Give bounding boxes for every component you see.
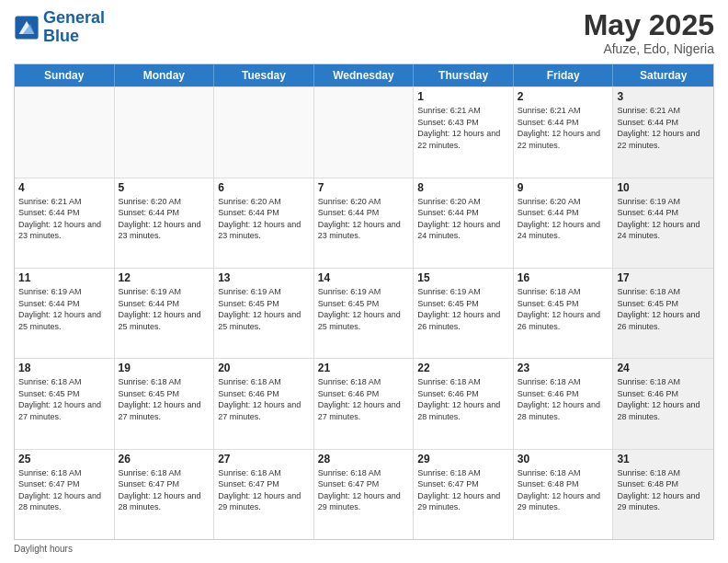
day-number: 4	[18, 181, 110, 194]
header-friday: Friday	[514, 64, 614, 86]
cal-cell-9: 9Sunrise: 6:20 AMSunset: 6:44 PMDaylight…	[514, 178, 614, 268]
header-sunday: Sunday	[15, 64, 115, 86]
calendar-header-row: Sunday Monday Tuesday Wednesday Thursday…	[15, 64, 713, 86]
cal-cell-5: 5Sunrise: 6:20 AMSunset: 6:44 PMDaylight…	[115, 178, 215, 268]
cal-cell-15: 15Sunrise: 6:19 AMSunset: 6:45 PMDayligh…	[414, 269, 514, 358]
cell-info: Sunrise: 6:21 AMSunset: 6:43 PMDaylight:…	[417, 105, 509, 151]
cal-cell-13: 13Sunrise: 6:19 AMSunset: 6:45 PMDayligh…	[214, 269, 314, 358]
calendar-week-1: 1Sunrise: 6:21 AMSunset: 6:43 PMDaylight…	[15, 86, 713, 177]
cell-info: Sunrise: 6:18 AMSunset: 6:47 PMDaylight:…	[218, 467, 310, 513]
cal-cell-empty	[214, 87, 314, 177]
cell-info: Sunrise: 6:20 AMSunset: 6:44 PMDaylight:…	[417, 196, 509, 242]
logo-line1: General	[43, 8, 105, 27]
day-number: 13	[218, 271, 310, 284]
day-number: 19	[119, 362, 210, 374]
day-number: 29	[417, 453, 509, 465]
cal-cell-empty	[314, 87, 415, 177]
calendar-week-5: 25Sunrise: 6:18 AMSunset: 6:47 PMDayligh…	[15, 449, 713, 539]
day-number: 9	[518, 181, 609, 194]
day-number: 8	[417, 181, 509, 194]
cell-info: Sunrise: 6:18 AMSunset: 6:46 PMDaylight:…	[218, 376, 310, 422]
cell-info: Sunrise: 6:20 AMSunset: 6:44 PMDaylight:…	[218, 196, 310, 242]
subtitle: Afuze, Edo, Nigeria	[584, 41, 714, 56]
cell-info: Sunrise: 6:19 AMSunset: 6:45 PMDaylight:…	[318, 286, 410, 332]
day-number: 16	[518, 271, 609, 284]
calendar-week-2: 4Sunrise: 6:21 AMSunset: 6:44 PMDaylight…	[15, 178, 713, 268]
cell-info: Sunrise: 6:21 AMSunset: 6:44 PMDaylight:…	[617, 105, 710, 151]
cal-cell-1: 1Sunrise: 6:21 AMSunset: 6:43 PMDaylight…	[414, 87, 514, 177]
day-number: 2	[518, 90, 609, 103]
cell-info: Sunrise: 6:18 AMSunset: 6:48 PMDaylight:…	[617, 467, 710, 513]
main-title: May 2025	[584, 9, 714, 41]
cal-cell-12: 12Sunrise: 6:19 AMSunset: 6:44 PMDayligh…	[115, 269, 215, 358]
cal-cell-31: 31Sunrise: 6:18 AMSunset: 6:48 PMDayligh…	[613, 450, 713, 539]
day-number: 3	[617, 90, 710, 103]
cal-cell-10: 10Sunrise: 6:19 AMSunset: 6:44 PMDayligh…	[613, 178, 713, 268]
cell-info: Sunrise: 6:18 AMSunset: 6:47 PMDaylight:…	[119, 467, 210, 513]
cell-info: Sunrise: 6:19 AMSunset: 6:44 PMDaylight:…	[18, 286, 110, 332]
cal-cell-24: 24Sunrise: 6:18 AMSunset: 6:46 PMDayligh…	[613, 359, 713, 448]
day-number: 11	[18, 271, 110, 284]
day-number: 24	[617, 362, 710, 374]
calendar-week-4: 18Sunrise: 6:18 AMSunset: 6:45 PMDayligh…	[15, 358, 713, 448]
calendar-week-3: 11Sunrise: 6:19 AMSunset: 6:44 PMDayligh…	[15, 268, 713, 358]
cal-cell-21: 21Sunrise: 6:18 AMSunset: 6:46 PMDayligh…	[314, 359, 415, 448]
cell-info: Sunrise: 6:19 AMSunset: 6:45 PMDaylight:…	[218, 286, 310, 332]
cal-cell-25: 25Sunrise: 6:18 AMSunset: 6:47 PMDayligh…	[15, 450, 115, 539]
cal-cell-4: 4Sunrise: 6:21 AMSunset: 6:44 PMDaylight…	[15, 178, 115, 268]
day-number: 14	[318, 271, 410, 284]
cell-info: Sunrise: 6:18 AMSunset: 6:46 PMDaylight:…	[318, 376, 410, 422]
day-number: 26	[119, 453, 210, 465]
cal-cell-30: 30Sunrise: 6:18 AMSunset: 6:48 PMDayligh…	[514, 450, 614, 539]
calendar: Sunday Monday Tuesday Wednesday Thursday…	[14, 63, 714, 540]
cell-info: Sunrise: 6:21 AMSunset: 6:44 PMDaylight:…	[518, 105, 609, 151]
cell-info: Sunrise: 6:18 AMSunset: 6:45 PMDaylight:…	[518, 286, 609, 332]
cell-info: Sunrise: 6:19 AMSunset: 6:44 PMDaylight:…	[617, 196, 710, 242]
day-number: 23	[518, 362, 609, 374]
day-number: 22	[417, 362, 509, 374]
cal-cell-empty	[15, 87, 115, 177]
cell-info: Sunrise: 6:18 AMSunset: 6:47 PMDaylight:…	[417, 467, 509, 513]
cal-cell-8: 8Sunrise: 6:20 AMSunset: 6:44 PMDaylight…	[414, 178, 514, 268]
cell-info: Sunrise: 6:18 AMSunset: 6:45 PMDaylight:…	[18, 376, 110, 422]
cell-info: Sunrise: 6:20 AMSunset: 6:44 PMDaylight:…	[518, 196, 609, 242]
logo-icon	[14, 15, 40, 40]
footer-note: Daylight hours	[14, 544, 714, 554]
footer-text: Daylight hours	[14, 544, 73, 554]
cal-cell-3: 3Sunrise: 6:21 AMSunset: 6:44 PMDaylight…	[613, 87, 713, 177]
day-number: 15	[417, 271, 509, 284]
day-number: 27	[218, 453, 310, 465]
logo: General Blue	[14, 9, 105, 46]
cell-info: Sunrise: 6:18 AMSunset: 6:45 PMDaylight:…	[119, 376, 210, 422]
day-number: 12	[119, 271, 210, 284]
day-number: 28	[318, 453, 410, 465]
cal-cell-14: 14Sunrise: 6:19 AMSunset: 6:45 PMDayligh…	[314, 269, 415, 358]
cell-info: Sunrise: 6:18 AMSunset: 6:47 PMDaylight:…	[318, 467, 410, 513]
cal-cell-29: 29Sunrise: 6:18 AMSunset: 6:47 PMDayligh…	[414, 450, 514, 539]
day-number: 7	[318, 181, 410, 194]
cal-cell-empty	[115, 87, 215, 177]
day-number: 17	[617, 271, 710, 284]
cal-cell-17: 17Sunrise: 6:18 AMSunset: 6:45 PMDayligh…	[613, 269, 713, 358]
cell-info: Sunrise: 6:21 AMSunset: 6:44 PMDaylight:…	[18, 196, 110, 242]
logo-text: General Blue	[43, 9, 105, 46]
cal-cell-26: 26Sunrise: 6:18 AMSunset: 6:47 PMDayligh…	[115, 450, 215, 539]
day-number: 31	[617, 453, 710, 465]
cal-cell-19: 19Sunrise: 6:18 AMSunset: 6:45 PMDayligh…	[115, 359, 215, 448]
day-number: 20	[218, 362, 310, 374]
day-number: 25	[18, 453, 110, 465]
cal-cell-27: 27Sunrise: 6:18 AMSunset: 6:47 PMDayligh…	[214, 450, 314, 539]
cal-cell-22: 22Sunrise: 6:18 AMSunset: 6:46 PMDayligh…	[414, 359, 514, 448]
cell-info: Sunrise: 6:18 AMSunset: 6:46 PMDaylight:…	[417, 376, 509, 422]
header-monday: Monday	[115, 64, 215, 86]
cal-cell-6: 6Sunrise: 6:20 AMSunset: 6:44 PMDaylight…	[214, 178, 314, 268]
day-number: 5	[119, 181, 210, 194]
cal-cell-20: 20Sunrise: 6:18 AMSunset: 6:46 PMDayligh…	[214, 359, 314, 448]
cell-info: Sunrise: 6:19 AMSunset: 6:44 PMDaylight:…	[119, 286, 210, 332]
cell-info: Sunrise: 6:20 AMSunset: 6:44 PMDaylight:…	[318, 196, 410, 242]
day-number: 1	[417, 90, 509, 103]
header-tuesday: Tuesday	[214, 64, 314, 86]
cal-cell-7: 7Sunrise: 6:20 AMSunset: 6:44 PMDaylight…	[314, 178, 415, 268]
day-number: 10	[617, 181, 710, 194]
cal-cell-28: 28Sunrise: 6:18 AMSunset: 6:47 PMDayligh…	[314, 450, 415, 539]
